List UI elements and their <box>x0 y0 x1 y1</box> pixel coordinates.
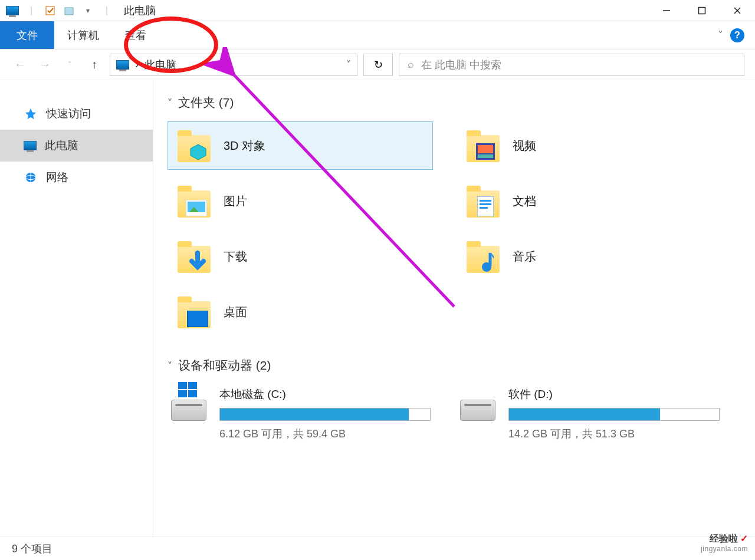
help-icon[interactable]: ? <box>730 28 744 42</box>
address-dropdown-icon[interactable]: ˅ <box>346 59 351 70</box>
window-controls <box>649 0 755 21</box>
pc-icon <box>24 141 37 150</box>
nav-up-button[interactable]: ↑ <box>85 55 104 74</box>
watermark-check-icon: ✓ <box>740 533 748 543</box>
main-area: 快速访问 此电脑 网络 ˅ 文件夹 (7) 3D 对象 视频 <box>0 80 755 536</box>
svg-rect-1 <box>65 8 73 15</box>
drive-d-fill <box>509 409 660 420</box>
maximize-button[interactable] <box>684 0 720 21</box>
folder-grid: 3D 对象 视频 图片 文档 下载 音乐 <box>168 121 741 336</box>
qat-sep: | <box>24 5 39 17</box>
folder-documents[interactable]: 文档 <box>457 177 722 225</box>
nav-back-button[interactable]: ← <box>11 55 29 74</box>
address-sep: › <box>135 58 139 71</box>
drive-d-name: 软件 (D:) <box>508 387 720 402</box>
window-title: 此电脑 <box>124 4 156 18</box>
drive-d[interactable]: 软件 (D:) 14.2 GB 可用，共 51.3 GB <box>457 384 722 443</box>
folder-documents-icon <box>465 185 501 218</box>
sidebar-item-quick-access[interactable]: 快速访问 <box>0 98 153 130</box>
drive-c-bar <box>219 408 431 421</box>
new-folder-icon[interactable] <box>61 5 77 17</box>
navigation-pane: 快速访问 此电脑 网络 <box>0 80 153 536</box>
svg-marker-9 <box>191 144 206 160</box>
folder-3d-icon <box>176 129 212 162</box>
svg-rect-16 <box>477 196 494 216</box>
watermark-url: jingyanla.com <box>701 545 748 553</box>
address-bar: ← → ˅ ↑ › 此电脑 ˅ ↻ ⌕ 在 此电脑 中搜索 <box>0 50 755 80</box>
folder-pictures-icon <box>176 185 212 218</box>
group-header-folders[interactable]: ˅ 文件夹 (7) <box>168 94 741 111</box>
sidebar-item-this-pc[interactable]: 此电脑 <box>0 130 153 162</box>
svg-rect-12 <box>478 154 493 158</box>
folder-3d-objects[interactable]: 3D 对象 <box>168 121 433 170</box>
folder-music-icon <box>465 240 501 273</box>
search-field[interactable]: ⌕ 在 此电脑 中搜索 <box>399 54 744 76</box>
address-field[interactable]: › 此电脑 ˅ <box>110 54 357 76</box>
tab-view[interactable]: 查看 <box>112 21 159 49</box>
folder-music[interactable]: 音乐 <box>457 232 722 281</box>
svg-rect-0 <box>46 6 54 15</box>
search-icon: ⌕ <box>408 58 414 71</box>
status-item-count: 9 个项目 <box>12 542 52 556</box>
network-icon <box>24 171 38 184</box>
folder-label-downloads: 下载 <box>224 249 247 265</box>
drive-c-name: 本地磁盘 (C:) <box>219 387 431 402</box>
drive-grid: 本地磁盘 (C:) 6.12 GB 可用，共 59.4 GB 软件 (D:) 1… <box>168 384 741 443</box>
ribbon-expand-icon[interactable]: ˅ <box>718 29 723 42</box>
svg-rect-18 <box>480 203 491 205</box>
sidebar-label-network: 网络 <box>46 170 68 185</box>
tab-file[interactable]: 文件 <box>0 21 54 49</box>
drive-c[interactable]: 本地磁盘 (C:) 6.12 GB 可用，共 59.4 GB <box>168 384 433 443</box>
content-pane: ˅ 文件夹 (7) 3D 对象 视频 图片 文档 下载 <box>153 80 755 536</box>
folder-label-pictures: 图片 <box>224 193 247 209</box>
chevron-down-icon: ˅ <box>168 360 172 371</box>
qat-dropdown-icon[interactable]: ▾ <box>80 5 96 17</box>
qat-sep2: | <box>99 5 114 17</box>
drive-d-status: 14.2 GB 可用，共 51.3 GB <box>508 427 720 441</box>
title-bar: | ▾ | 此电脑 <box>0 0 755 21</box>
address-location[interactable]: 此电脑 <box>145 58 176 72</box>
folder-downloads[interactable]: 下载 <box>168 232 433 281</box>
folder-desktop-icon <box>176 295 212 328</box>
status-bar: 9 个项目 <box>0 536 755 560</box>
folder-videos-icon <box>465 129 501 162</box>
refresh-button[interactable]: ↻ <box>363 54 393 76</box>
search-placeholder: 在 此电脑 中搜索 <box>421 58 501 72</box>
ribbon-tabs: 文件 计算机 查看 ˅ ? <box>0 21 755 50</box>
folder-label-music: 音乐 <box>513 249 536 265</box>
nav-forward-button[interactable]: → <box>35 55 54 74</box>
tab-computer[interactable]: 计算机 <box>54 21 112 49</box>
group-title-folders: 文件夹 (7) <box>178 94 234 111</box>
drive-d-icon <box>459 390 497 423</box>
watermark-text: 经验啦 <box>710 533 738 543</box>
folder-label-videos: 视频 <box>513 138 536 154</box>
folder-downloads-icon <box>176 240 212 273</box>
app-icon <box>5 5 20 17</box>
group-header-drives[interactable]: ˅ 设备和驱动器 (2) <box>168 357 741 374</box>
group-title-drives: 设备和驱动器 (2) <box>178 357 271 374</box>
folder-label-desktop: 桌面 <box>224 304 247 320</box>
star-icon <box>24 107 38 120</box>
drive-c-icon <box>170 390 208 423</box>
folder-pictures[interactable]: 图片 <box>168 177 433 225</box>
minimize-button[interactable] <box>649 0 684 21</box>
close-button[interactable] <box>720 0 755 21</box>
chevron-down-icon: ˅ <box>168 97 172 108</box>
folder-label-documents: 文档 <box>513 193 536 209</box>
svg-rect-17 <box>480 200 491 202</box>
address-pc-icon <box>116 60 129 70</box>
folder-desktop[interactable]: 桌面 <box>168 288 433 336</box>
sidebar-item-network[interactable]: 网络 <box>0 162 153 193</box>
nav-recent-icon[interactable]: ˅ <box>60 55 79 74</box>
quick-access-toolbar: | ▾ | 此电脑 <box>0 4 156 18</box>
sidebar-label-this-pc: 此电脑 <box>45 138 78 153</box>
svg-rect-11 <box>478 145 493 153</box>
drive-c-fill <box>220 409 409 420</box>
folder-label-3d: 3D 对象 <box>224 138 265 154</box>
folder-videos[interactable]: 视频 <box>457 121 722 170</box>
properties-icon[interactable] <box>42 5 58 17</box>
svg-rect-19 <box>480 207 488 209</box>
drive-c-status: 6.12 GB 可用，共 59.4 GB <box>219 427 431 441</box>
watermark: 经验啦 ✓ jingyanla.com <box>701 533 748 553</box>
drive-d-bar <box>508 408 720 421</box>
